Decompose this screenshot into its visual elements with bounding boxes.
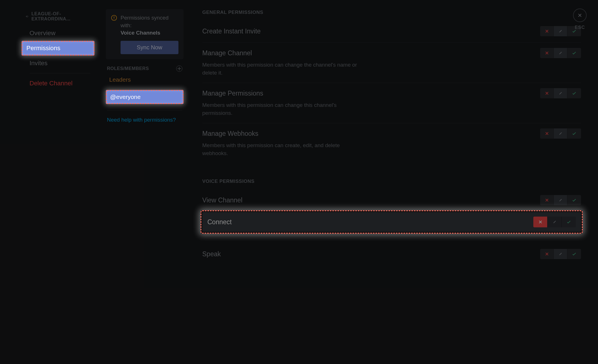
perm-passthrough[interactable] bbox=[554, 26, 567, 36]
nav-delete-channel[interactable]: Delete Channel bbox=[26, 77, 94, 90]
perm-connect: Connect bbox=[202, 212, 581, 232]
perm-passthrough[interactable] bbox=[554, 48, 567, 58]
channel-name: LEAGUE-OF-EXTRAORDINA... bbox=[31, 11, 94, 22]
nav-permissions[interactable]: Permissions bbox=[22, 41, 94, 56]
perm-create-instant-invite: Create Instant Invite bbox=[202, 21, 581, 43]
permissions-panel: GENERAL PERMISSIONS Create Instant Invit… bbox=[189, 0, 598, 364]
sync-now-button[interactable]: Sync Now bbox=[121, 41, 178, 54]
settings-modal: LEAGUE-OF-EXTRAORDINA... Overview Permis… bbox=[0, 0, 598, 364]
svg-rect-2 bbox=[114, 19, 114, 19]
esc-label: ESC bbox=[575, 25, 585, 30]
role-everyone[interactable]: @everyone bbox=[106, 90, 184, 104]
channel-header: LEAGUE-OF-EXTRAORDINA... bbox=[26, 11, 94, 22]
perm-passthrough[interactable] bbox=[554, 128, 567, 139]
perm-allow[interactable] bbox=[567, 249, 581, 259]
perm-manage-webhooks: Manage Webhooks Members with this permis… bbox=[202, 123, 581, 163]
perm-view-channel: View Channel bbox=[202, 190, 581, 208]
perm-label: Create Instant Invite bbox=[202, 27, 261, 35]
perm-label: Connect bbox=[207, 218, 232, 226]
perm-toggle bbox=[533, 217, 576, 227]
nav-overview[interactable]: Overview bbox=[26, 27, 94, 40]
add-role-button[interactable] bbox=[176, 65, 182, 72]
perm-allow[interactable] bbox=[567, 128, 581, 139]
close-button[interactable] bbox=[573, 9, 587, 22]
perm-label: Manage Channel bbox=[202, 49, 252, 57]
perm-toggle bbox=[540, 128, 581, 139]
perm-allow[interactable] bbox=[567, 48, 581, 58]
perm-toggle bbox=[540, 249, 581, 259]
sync-prefix: Permissions synced with: bbox=[121, 15, 169, 28]
perm-description: Members with this permission can change … bbox=[202, 101, 361, 117]
sync-card: Permissions synced with: Voice Channels … bbox=[106, 9, 184, 59]
perm-label: Manage Webhooks bbox=[202, 130, 258, 137]
speaker-icon bbox=[26, 14, 30, 19]
perm-deny[interactable] bbox=[540, 48, 554, 58]
section-general-permissions: GENERAL PERMISSIONS bbox=[202, 10, 581, 15]
nav-invites[interactable]: Invites bbox=[26, 57, 94, 70]
perm-manage-permissions: Manage Permissions Members with this per… bbox=[202, 83, 581, 123]
perm-description: Members with this permission can change … bbox=[202, 61, 361, 77]
svg-rect-1 bbox=[114, 16, 114, 18]
permissions-help-link[interactable]: Need help with permissions? bbox=[106, 117, 184, 123]
warning-icon bbox=[111, 15, 117, 21]
perm-deny[interactable] bbox=[533, 217, 548, 227]
perm-label: View Channel bbox=[202, 196, 243, 204]
settings-sidebar: LEAGUE-OF-EXTRAORDINA... Overview Permis… bbox=[0, 0, 101, 364]
perm-label: Manage Permissions bbox=[202, 90, 263, 97]
close-icon bbox=[577, 12, 583, 18]
nav-divider bbox=[30, 73, 90, 73]
perm-manage-channel: Manage Channel Members with this permiss… bbox=[202, 43, 581, 83]
perm-description: Members with this permission can create,… bbox=[202, 141, 361, 157]
role-leaders[interactable]: Leaders bbox=[106, 73, 184, 86]
perm-toggle bbox=[540, 48, 581, 58]
perm-deny[interactable] bbox=[540, 249, 554, 259]
roles-divider bbox=[107, 110, 182, 111]
perm-allow[interactable] bbox=[567, 88, 581, 98]
perm-allow[interactable] bbox=[562, 217, 576, 227]
close-settings: ESC bbox=[573, 9, 587, 30]
perm-passthrough[interactable] bbox=[554, 195, 567, 205]
perm-deny[interactable] bbox=[540, 128, 554, 139]
perm-label: Speak bbox=[202, 250, 221, 258]
perm-passthrough[interactable] bbox=[554, 249, 567, 259]
roles-column: Permissions synced with: Voice Channels … bbox=[101, 0, 189, 364]
perm-toggle bbox=[540, 88, 581, 98]
section-voice-permissions: VOICE PERMISSIONS bbox=[202, 179, 581, 184]
perm-speak: Speak bbox=[202, 244, 581, 259]
perm-allow[interactable] bbox=[567, 195, 581, 205]
perm-deny[interactable] bbox=[540, 88, 554, 98]
perm-toggle bbox=[540, 195, 581, 205]
perm-deny[interactable] bbox=[540, 26, 554, 36]
roles-members-header: ROLES/MEMBERS bbox=[107, 66, 149, 71]
perm-passthrough[interactable] bbox=[554, 88, 567, 98]
sync-category: Voice Channels bbox=[121, 29, 178, 37]
perm-deny[interactable] bbox=[540, 195, 554, 205]
perm-passthrough[interactable] bbox=[548, 217, 562, 227]
